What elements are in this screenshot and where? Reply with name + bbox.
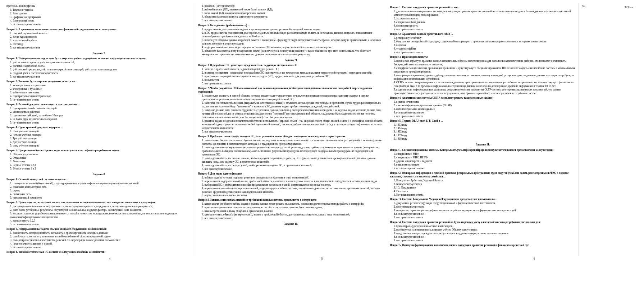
col2-z9q3-title: Вопрос 3. Проблема соответствует методам… — [198, 135, 384, 138]
col2-q5-li2: 2. в ЭС предназначена для хранения долго… — [202, 31, 384, 38]
col1-z8q3-title: Вопрос 3. Информационные задачи обычно о… — [6, 227, 192, 231]
col2-z9q2-li4: 4. решение задачи не должно в значительн… — [202, 119, 384, 130]
col1-z7q5-li4: 4. Верные ответы 1,2,3 — [10, 163, 192, 167]
col1-z7q1-li2: 2. расчёты с заработной платы, — [10, 64, 192, 68]
footer-page5: 5 — [321, 257, 323, 260]
col3-z10q5-title: Вопрос 5. Термин OLAP ввел Е. F. Codd в … — [390, 119, 576, 123]
col2-z9q5-li3: 3. каковы требования к языку общения и о… — [202, 209, 384, 213]
col3-z10q4-li2: 2. анализ информации в реальном времени … — [394, 104, 576, 107]
col1-z7q5-li1: 1. Общегосударственные — [10, 153, 192, 156]
col3-z11q4-li4: 4. все вышеперечисленное — [394, 235, 576, 239]
col1-z7q4-title: Вопрос 4. Однострочный документ содержит… — [6, 126, 192, 129]
col3-zadanie11: Задание 11. — [390, 143, 576, 147]
col3-z11q4-li3: 3. представляет интерес прежде всего для… — [394, 232, 576, 235]
col2-z9q4-li2: 2. определяются содержательный анализ пр… — [202, 180, 384, 183]
col3-z11q4-title: Вопрос 4. Система поддержки принятия реш… — [390, 221, 576, 224]
col1-z7q5-title: Вопрос 5. При решении бухгалтерских зада… — [6, 149, 192, 152]
col1-li1: 1. Тексты и графика — [10, 8, 192, 12]
col3-z11q2-title: Вопрос 2. Обширная информация о судебной… — [390, 171, 576, 178]
col3-z10q1-li3: 3. специальная база данных — [394, 20, 576, 24]
col2-zadanie10: Задание 10. — [198, 222, 384, 226]
col2-q5-title: Вопрос 5. База данных (рабочая память) .… — [198, 24, 384, 27]
col1-z8q2-li2: 2. дают более устойчивые результаты, отс… — [10, 208, 192, 212]
col3-z10q3-li3: 3. информация в хранилище данных дублиру… — [394, 74, 576, 81]
col1-z8q3-li5: 5. Все вышеперечисленное — [10, 246, 192, 249]
col2-z9q1-li1: 1. эксперт в проблемной области, задачей… — [202, 68, 384, 71]
col2-q5-li1: 1. предназначена для хранения исходных и… — [202, 28, 384, 31]
col1-z7q2-li4: 4. однотраслевые и многотраслевые — [10, 94, 192, 98]
col2-z9q1-li3: 3. программист по разработке инструмента… — [202, 75, 384, 78]
col1-z8q1-li2: 2. локальная компьютерная сеть — [10, 185, 192, 189]
col1-z8q2-li1: 1. достигнутая компетентность не утрачив… — [10, 205, 192, 208]
col3-z11q3-li2: 2. консультации аудиторов, — [394, 205, 576, 209]
column-1: протоколы и интерфейсы 1. Тексты и графи… — [4, 3, 195, 256]
col3-z10q3-title: Вопрос 3. Производительность: — [390, 55, 576, 59]
col1-z8q3-li3: 3. большой размерностью пространства реш… — [10, 238, 192, 242]
col2-li1: 1. решатель (интерпретатор); — [202, 4, 384, 8]
col2-z9q4-li1: 1. отбирая задачи, которые подлежат реше… — [202, 176, 384, 180]
col3-z10q1-li4: 4. компьютерная сеть — [394, 24, 576, 28]
col1-z7q5-li5: 5. Верные ответы 1 и 2 — [10, 167, 192, 171]
col2-z9q4-title: Вопрос 4. Для этапа идентификации — [198, 172, 384, 176]
col2-z9q1-li5: 5. нет правильного ответа — [202, 82, 384, 85]
col2-q5-li3: 3. использует исходные данные из рабочей… — [202, 38, 384, 46]
col3-z10q2-li4: 4. текстовые файлы — [394, 47, 576, 51]
col2-z9q5-li5: 5. все вышеперечисленное — [202, 217, 384, 220]
col1-z7q2-li2: 2. электронные и бумажные — [10, 87, 192, 91]
col3-z10q2-li5: 5. нет правильного ответа — [394, 51, 576, 54]
col3-z11q2-li3: 3. 1С: Предприятие — [394, 186, 576, 190]
col3-z11q2-li4: 4. Галактика — [394, 190, 576, 193]
col3-z11q1-li1: 1. специалистам МВФ — [394, 152, 576, 156]
col3-z10q1-title: Вопрос 1. Система поддержки принятия реш… — [390, 6, 576, 9]
col1-z7q3-li1: 1. однократных хозяйственных операций — [10, 107, 192, 110]
col3-z11q3-li5: 5. нет правильного ответа — [394, 216, 576, 219]
col2-z9q2-title: Вопрос 2. Чтобы разработка ЭС была возмо… — [198, 87, 384, 94]
col3-z10q4-li1: 1. ведение отчетности, — [394, 100, 576, 104]
col3-z10q5-li2: 2. 1984 году — [394, 127, 576, 130]
col2-z9q3-li1: 1. задача может быть естественным образо… — [202, 139, 384, 146]
col1-z7q2-li1: 1. межотраслевые и отраслевые — [10, 84, 192, 87]
col3-z10q4-title: Вопрос 4. Аналитические системы СППР поз… — [390, 96, 576, 100]
col2-z9q4-li5: 5. осуществляется наполнение системы — [202, 194, 384, 197]
col3-z10q2-title: Вопрос 2. Хранилище данных представляет … — [390, 32, 576, 36]
col2-z9q1-li2: 2. инженер по знаниям – специалист по ра… — [202, 71, 384, 75]
col3-z11q1-title: Вопрос 1. Специализированные системы Кон… — [390, 148, 576, 152]
col1-z7q1-title: Вопрос 1. Информационная подсистема бухг… — [6, 57, 192, 60]
col3-z10q3-li4: 4. OLTP-системы синхронизируются с актуа… — [394, 81, 576, 88]
col3-z11q3-li3: 3. материалы, отражающие специфические а… — [394, 209, 576, 212]
page-container: 323 ore протоколы и интерфейсы 1. Тексты… — [0, 0, 644, 263]
col1-z8q1-li1: 1. совокупность знаний (базы знаний), ст… — [10, 182, 192, 185]
col1-z8q2-title: Вопрос 2. Преимущества экспертных систем… — [6, 201, 192, 204]
col3-z10q4-li3: 3. интеллектуальный анализ данных — [394, 107, 576, 111]
col2-li5: 5. все вышеперечисленное — [202, 19, 384, 22]
col3-z11q2-li5: 5. Нет правильного ответа — [394, 193, 576, 197]
col1-z7q1-li3: 3. учёт готовой продукции, учёт финансов… — [10, 68, 192, 71]
col1-z8q2-li5: 5. нет правильного ответа — [10, 223, 192, 226]
col1-z7q3-li2: 2. многократных действий — [10, 110, 192, 114]
col1-z8q3-li4: 4. неоднозначность данных и знаний. — [10, 242, 192, 246]
column-4: ре... — [579, 3, 640, 256]
col3-z11q1-li5: 5. все вышеперечисленное — [394, 167, 576, 170]
col3-z10q1-li5: 5. нет правильного ответа — [394, 28, 576, 31]
col2-z9q4-li4: 4. определяются способы интегрирования з… — [202, 187, 384, 194]
col1-q5-title: Вопрос 5. В проводных технологиях в каче… — [6, 28, 192, 31]
col2-z9q2-li5: 5. все вышеперечисленное — [202, 130, 384, 134]
col1-z7q3-li5: 5. нет правильного ответа — [10, 121, 192, 125]
col2-q5-li5: 5. объясняет, как система получила решен… — [202, 49, 384, 56]
col1-z8q3-li2: 2. ошибочность, неполноту понимания знан… — [10, 235, 192, 238]
col3-z10q2-li2: 2. базу данных определённой структуры, с… — [394, 40, 576, 43]
col2-z9q5-li2: 2. при каком ограничениях на качество ре… — [202, 206, 384, 209]
col1-q5-li5: 5. все вышеперечисленное — [10, 46, 192, 50]
col3-z11q4-li5: 5. нет правильного ответа — [394, 239, 576, 242]
col2-q5-li4: 4. подборка знаний автоматизирует процес… — [202, 46, 384, 49]
col2-li3: 3. базы знаний (БЗ), компонентов приобре… — [202, 11, 384, 15]
col1-z7q4-li1: 1. Пять учётных позиций — [10, 130, 192, 133]
col3-z11q1-li4: 4. внешним экспертам — [394, 163, 576, 167]
col3-z10q3-li5: 5. выделенность информационных хранилища… — [394, 88, 576, 95]
col1-z7q4-li3: 3. Три учётные позиции — [10, 137, 192, 140]
col1-li4: 4. Электронная почта — [10, 19, 192, 23]
col1-li5: 5. Все вышеперечисленное — [10, 23, 192, 26]
col2-li2: 2. рабочей памяти (РП), называемой также… — [202, 8, 384, 11]
col1-q5-li1: 1. плоский двухжильный кабель; — [10, 32, 192, 35]
col2-z9q1-li4: 4. пользователь — [202, 78, 384, 82]
